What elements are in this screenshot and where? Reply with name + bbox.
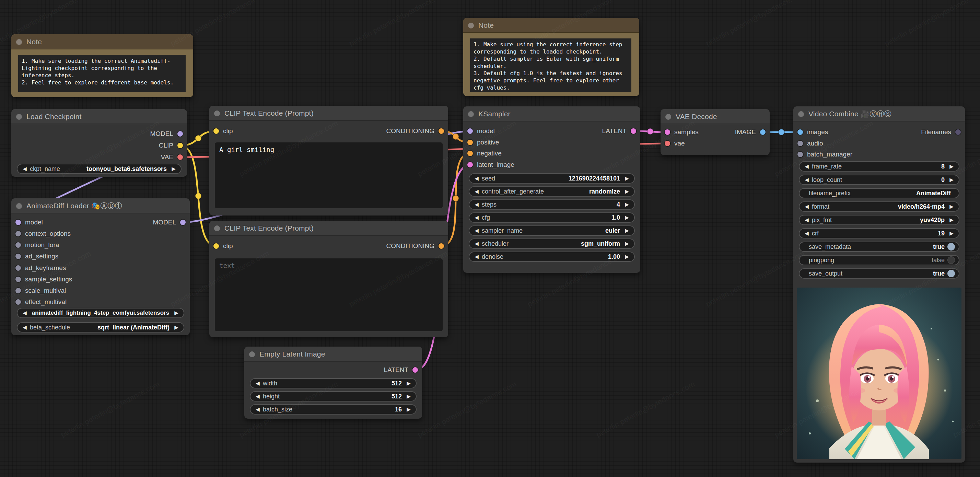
node-vae-decode[interactable]: VAE Decode samples vae IMAGE — [660, 109, 770, 155]
node-header[interactable]: Note — [463, 18, 639, 33]
collapse-dot[interactable] — [665, 114, 671, 120]
arrow-right-icon[interactable]: ▶ — [623, 175, 631, 181]
node-video-combine[interactable]: Video Combine 🎥ⓋⒽⓈ images audio batch_ma… — [793, 107, 965, 463]
arrow-left-icon[interactable]: ◀ — [21, 324, 29, 331]
output-model[interactable]: MODEL — [150, 129, 183, 138]
link-dot[interactable] — [453, 134, 459, 140]
output-vae[interactable]: VAE — [161, 153, 183, 162]
toggle-pingpong[interactable] — [947, 256, 955, 264]
collapse-dot[interactable] — [468, 111, 474, 117]
arrow-left-icon[interactable]: ◀ — [473, 188, 481, 195]
widget-value[interactable]: video/h264-mp4 — [898, 203, 945, 210]
input-motion-lora[interactable]: motion_lora — [16, 240, 59, 250]
node-ksampler[interactable]: KSampler model positive negative latent_… — [463, 107, 640, 273]
widget-ckpt-name[interactable]: ◀ ckpt_name toonyou_beta6.safetensors ▶ — [17, 164, 181, 174]
arrow-left-icon[interactable]: ◀ — [803, 163, 811, 170]
collapse-dot[interactable] — [214, 110, 220, 116]
link-dot[interactable] — [195, 193, 201, 199]
widget-beta-schedule[interactable]: ◀ beta_schedule sqrt_linear (AnimateDiff… — [17, 322, 184, 332]
arrow-right-icon[interactable]: ▶ — [404, 393, 413, 399]
prompt-textarea[interactable]: A girl smiling — [215, 142, 443, 208]
input-positive[interactable]: positive — [467, 138, 499, 147]
port-dot-clip[interactable] — [213, 128, 219, 134]
port-dot-conditioning[interactable] — [467, 140, 473, 145]
node-load-checkpoint[interactable]: Load Checkpoint MODEL CLIP VAE ◀ ckpt_na… — [11, 109, 187, 177]
arrow-right-icon[interactable]: ▶ — [947, 204, 956, 210]
port-dot-clip[interactable] — [177, 143, 183, 148]
node-header[interactable]: CLIP Text Encode (Prompt) — [209, 221, 448, 236]
node-header[interactable]: CLIP Text Encode (Prompt) — [209, 106, 448, 121]
arrow-left-icon[interactable]: ◀ — [473, 240, 481, 247]
port-dot[interactable] — [797, 141, 803, 146]
widget-value[interactable]: 16 — [395, 406, 402, 413]
arrow-right-icon[interactable]: ▶ — [947, 163, 956, 170]
widget-value[interactable]: euler — [605, 227, 620, 234]
output-conditioning[interactable]: CONDITIONING — [387, 241, 444, 251]
node-header[interactable]: Load Checkpoint — [11, 109, 187, 124]
toggle-save-metadata[interactable] — [947, 243, 955, 251]
port-dot-model[interactable] — [16, 219, 21, 225]
arrow-right-icon[interactable]: ▶ — [404, 406, 413, 412]
port-dot[interactable] — [16, 265, 21, 271]
node-header[interactable]: Note — [11, 34, 193, 49]
widget-crf[interactable]: ◀ crf 19 ▶ — [799, 228, 959, 238]
widget-value[interactable]: sgm_uniform — [581, 240, 620, 247]
node-header[interactable]: KSampler — [463, 107, 640, 121]
node-empty-latent-image[interactable]: Empty Latent Image LATENT ◀ width 512 ▶ … — [244, 347, 422, 419]
input-ad-settings[interactable]: ad_settings — [16, 251, 58, 261]
arrow-left-icon[interactable]: ◀ — [803, 204, 811, 210]
arrow-right-icon[interactable]: ▶ — [947, 217, 956, 223]
collapse-dot[interactable] — [249, 351, 255, 357]
node-graph-canvas[interactable]: Note 1. Make sure loading the correct An… — [0, 0, 980, 477]
collapse-dot[interactable] — [16, 114, 22, 120]
input-ad-keyframes[interactable]: ad_keyframes — [16, 263, 66, 273]
widget-pingpong[interactable]: pingpong false — [799, 255, 959, 265]
input-images[interactable]: images — [797, 127, 828, 137]
node-animatediff-loader[interactable]: AnimateDiff Loader 🎭ⒶⒹ① model context_op… — [11, 198, 190, 335]
arrow-left-icon[interactable]: ◀ — [803, 230, 811, 237]
input-vae[interactable]: vae — [665, 138, 685, 148]
widget-denoise[interactable]: ◀ denoise 1.00 ▶ — [469, 251, 635, 262]
arrow-right-icon[interactable]: ▶ — [170, 166, 178, 172]
port-dot-latent[interactable] — [631, 128, 636, 134]
widget-batch-size[interactable]: ◀ batch_size 16 ▶ — [250, 404, 417, 415]
widget-value[interactable]: yuv420p — [920, 216, 945, 224]
arrow-left-icon[interactable]: ◀ — [473, 254, 481, 260]
widget-filename-prefix[interactable]: filename_prefix AnimateDiff — [799, 188, 959, 198]
node-header[interactable]: AnimateDiff Loader 🎭ⒶⒹ① — [11, 198, 190, 213]
port-dot[interactable] — [16, 277, 21, 282]
port-dot-clip[interactable] — [213, 243, 219, 249]
port-dot-latent[interactable] — [665, 129, 670, 135]
port-dot[interactable] — [797, 152, 803, 157]
link-dot[interactable] — [778, 129, 784, 135]
input-scale-multival[interactable]: scale_multival — [16, 286, 66, 296]
widget-seed[interactable]: ◀ seed 121690224458101 ▶ — [469, 173, 635, 184]
arrow-left-icon[interactable]: ◀ — [254, 380, 262, 386]
arrow-left-icon[interactable]: ◀ — [254, 393, 262, 399]
collapse-dot[interactable] — [16, 203, 22, 209]
link-dot[interactable] — [647, 128, 653, 135]
collapse-dot[interactable] — [798, 111, 804, 117]
widget-value[interactable]: AnimateDiff — [916, 190, 951, 197]
arrow-left-icon[interactable]: ◀ — [473, 227, 481, 234]
port-dot-image[interactable] — [797, 129, 803, 135]
port-dot-conditioning[interactable] — [439, 128, 444, 134]
input-model[interactable]: model — [467, 126, 495, 136]
widget-sampler-name[interactable]: ◀ sampler_name euler ▶ — [469, 226, 635, 236]
arrow-left-icon[interactable]: ◀ — [21, 166, 29, 172]
note-text[interactable]: 1. Make sure loading the correct Animate… — [18, 55, 186, 92]
widget-value[interactable]: 8 — [941, 163, 945, 170]
output-image[interactable]: IMAGE — [735, 127, 765, 137]
widget-value[interactable]: 512 — [391, 380, 402, 387]
port-dot-conditioning[interactable] — [439, 243, 444, 249]
widget-height[interactable]: ◀ height 512 ▶ — [250, 391, 417, 402]
arrow-right-icon[interactable]: ▶ — [623, 215, 631, 221]
prompt-textarea[interactable]: text — [215, 258, 443, 331]
arrow-left-icon[interactable]: ◀ — [473, 202, 481, 208]
node-note-left[interactable]: Note 1. Make sure loading the correct An… — [11, 34, 193, 97]
widget-save-metadata[interactable]: save_metadata true — [799, 242, 959, 252]
widget-value[interactable]: 4 — [617, 201, 620, 208]
widget-cfg[interactable]: ◀ cfg 1.0 ▶ — [469, 212, 635, 223]
arrow-right-icon[interactable]: ▶ — [623, 254, 631, 260]
input-model[interactable]: model — [16, 218, 43, 227]
